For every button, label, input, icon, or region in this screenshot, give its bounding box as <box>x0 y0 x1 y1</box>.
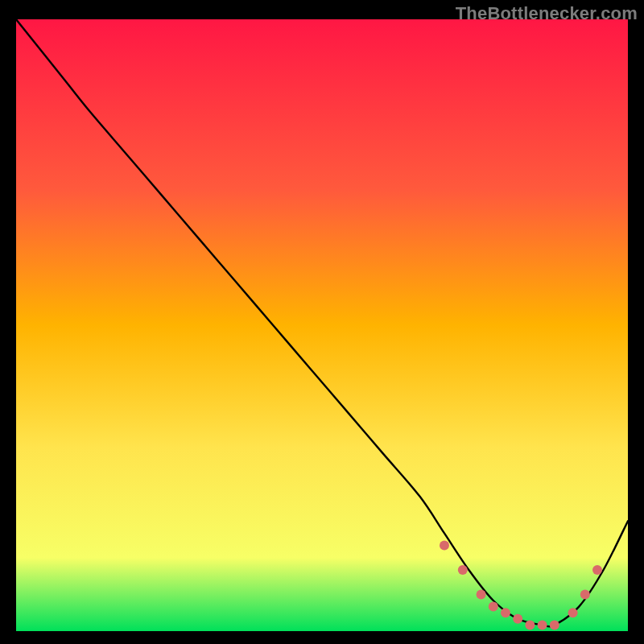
data-dot <box>568 608 578 617</box>
data-dot <box>440 541 449 551</box>
data-dot <box>489 602 498 612</box>
data-dot <box>580 589 590 599</box>
data-dot <box>550 620 559 630</box>
data-dot <box>458 565 468 575</box>
data-dot <box>513 614 522 624</box>
data-dot <box>477 589 486 599</box>
plot-area <box>16 19 628 631</box>
gradient-background <box>16 19 628 631</box>
data-dot <box>538 620 547 630</box>
data-dot <box>525 620 535 630</box>
chart-svg <box>16 19 628 631</box>
chart-stage: TheBottlenecker.com <box>0 0 644 644</box>
data-dot <box>501 608 510 617</box>
data-dot <box>592 565 602 575</box>
